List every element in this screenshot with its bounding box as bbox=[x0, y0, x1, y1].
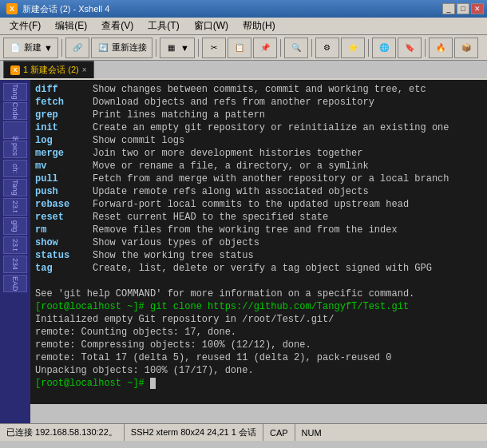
icon-1: 🔗 bbox=[71, 42, 84, 54]
sidebar-item-2[interactable]: 第 bbox=[3, 121, 27, 139]
status-caps-text: CAP bbox=[270, 428, 288, 438]
icon-8: ⭐ bbox=[346, 42, 359, 54]
new-label: 新建 bbox=[24, 42, 42, 54]
window-title: 新建会话 (2) - Xshell 4 bbox=[22, 3, 109, 15]
sidebar-item-9[interactable]: 234 bbox=[3, 256, 27, 273]
tab-bar: X 1 新建会话 (2) × bbox=[0, 61, 487, 80]
tab-close-button[interactable]: × bbox=[82, 65, 87, 74]
menu-view[interactable]: 查看(V) bbox=[95, 19, 140, 34]
new-button[interactable]: 📄 新建 ▼ bbox=[3, 38, 58, 58]
close-button[interactable]: ✕ bbox=[471, 3, 484, 14]
icon-12: 📦 bbox=[460, 42, 473, 54]
toolbar-icon-btn-5[interactable]: 📌 bbox=[253, 38, 277, 58]
toolbar-sep-3 bbox=[198, 39, 199, 57]
toolbar-icon-btn-11[interactable]: 🔥 bbox=[429, 38, 453, 58]
menu-edit[interactable]: 编辑(E) bbox=[49, 19, 93, 34]
icon-6: 🔍 bbox=[290, 42, 303, 54]
maximize-button[interactable]: □ bbox=[457, 3, 469, 14]
menu-file[interactable]: 文件(F) bbox=[3, 19, 47, 34]
new-dropdown-icon[interactable]: ▼ bbox=[44, 43, 53, 53]
sidebar-item-8[interactable]: 23.t bbox=[3, 236, 27, 254]
status-protocol-text: SSH2 xterm 80x24 24,21 1 会话 bbox=[131, 426, 256, 438]
terminal-container: diff Show changes between commits, commi… bbox=[30, 80, 487, 423]
toolbar-icon-btn-6[interactable]: 🔍 bbox=[284, 38, 308, 58]
status-num-text: NUM bbox=[302, 428, 322, 438]
toolbar: 📄 新建 ▼ 🔗 🔄 重新连接 ▦ ▼ ✂ 📋 📌 🔍 ⚙ ⭐ 🌐 🔖 🔥 📦 bbox=[0, 35, 487, 61]
sidebar-item-0[interactable]: Tang bbox=[3, 83, 27, 101]
toolbar-sep-2 bbox=[156, 39, 156, 57]
icon-5: 📌 bbox=[259, 42, 271, 54]
toolbar-icon-btn-8[interactable]: ⭐ bbox=[341, 38, 365, 58]
tab-icon: X bbox=[10, 65, 20, 75]
sidebar-item-3[interactable]: pics bbox=[3, 141, 27, 158]
sidebar-item-7[interactable]: gitg bbox=[3, 217, 27, 235]
icon-2: ▦ bbox=[165, 42, 178, 54]
menu-bar: 文件(F) 编辑(E) 查看(V) 工具(T) 窗口(W) 帮助(H) bbox=[0, 18, 487, 35]
icon-7: ⚙ bbox=[321, 42, 334, 54]
icon-3: ✂ bbox=[208, 42, 220, 54]
toolbar-sep-6 bbox=[368, 39, 369, 57]
icon-4: 📋 bbox=[233, 42, 246, 54]
main-content: Tang Code 第 pics ch: Tang 23.t gitg 23.t… bbox=[0, 80, 487, 423]
title-bar-left: X 新建会话 (2) - Xshell 4 bbox=[6, 3, 109, 15]
title-bar: X 新建会话 (2) - Xshell 4 _ □ ✕ bbox=[0, 0, 487, 18]
status-num: NUM bbox=[295, 424, 328, 441]
terminal[interactable]: diff Show changes between commits, commi… bbox=[30, 80, 487, 404]
toolbar-icon-btn-12[interactable]: 📦 bbox=[454, 38, 478, 58]
sidebar-item-1[interactable]: Code bbox=[3, 102, 27, 120]
status-caps: CAP bbox=[263, 424, 295, 441]
status-bar: 已连接 192.168.58.130:22。 SSH2 xterm 80x24 … bbox=[0, 423, 487, 441]
toolbar-sep-7 bbox=[425, 39, 426, 57]
toolbar-icon-btn-10[interactable]: 🔖 bbox=[398, 38, 422, 58]
sidebar-item-4[interactable]: ch: bbox=[3, 160, 27, 177]
menu-help[interactable]: 帮助(H) bbox=[236, 19, 282, 34]
tab-label: 1 新建会话 (2) bbox=[23, 64, 79, 76]
sidebar-item-5[interactable]: Tang bbox=[3, 179, 27, 196]
status-connection: 已连接 192.168.58.130:22。 bbox=[0, 424, 125, 441]
reconnect-label: 重新连接 bbox=[112, 42, 147, 54]
toolbar-sep-5 bbox=[311, 39, 312, 57]
menu-tools[interactable]: 工具(T) bbox=[141, 19, 185, 34]
status-protocol: SSH2 xterm 80x24 24,21 1 会话 bbox=[125, 424, 263, 441]
toolbar-icon-btn-1[interactable]: 🔗 bbox=[65, 38, 89, 58]
sidebar-item-10[interactable]: EAD bbox=[3, 275, 27, 292]
toolbar-icon-btn-2[interactable]: ▦ ▼ bbox=[160, 38, 195, 58]
toolbar-sep-1 bbox=[61, 39, 62, 57]
reconnect-button[interactable]: 🔄 重新连接 bbox=[91, 38, 152, 58]
icon-10: 🔖 bbox=[403, 42, 416, 54]
window-controls[interactable]: _ □ ✕ bbox=[442, 3, 484, 14]
status-connection-text: 已连接 192.168.58.130:22。 bbox=[6, 426, 117, 438]
chevron-icon: ▼ bbox=[180, 43, 189, 53]
tab-session[interactable]: X 1 新建会话 (2) × bbox=[3, 61, 94, 78]
toolbar-sep-4 bbox=[280, 39, 281, 57]
icon-9: 🌐 bbox=[378, 42, 390, 54]
icon-11: 🔥 bbox=[434, 42, 447, 54]
new-icon: 📄 bbox=[9, 42, 22, 54]
toolbar-icon-btn-3[interactable]: ✂ bbox=[202, 38, 226, 58]
toolbar-icon-btn-7[interactable]: ⚙ bbox=[315, 38, 339, 58]
toolbar-icon-btn-9[interactable]: 🌐 bbox=[372, 38, 396, 58]
sidebar-item-6[interactable]: 23.t bbox=[3, 198, 27, 216]
left-sidebar: Tang Code 第 pics ch: Tang 23.t gitg 23.t… bbox=[0, 80, 30, 423]
app-icon: X bbox=[6, 3, 18, 14]
menu-window[interactable]: 窗口(W) bbox=[188, 19, 235, 34]
reconnect-icon: 🔄 bbox=[97, 42, 109, 54]
toolbar-icon-btn-4[interactable]: 📋 bbox=[228, 38, 251, 58]
minimize-button[interactable]: _ bbox=[442, 3, 455, 14]
